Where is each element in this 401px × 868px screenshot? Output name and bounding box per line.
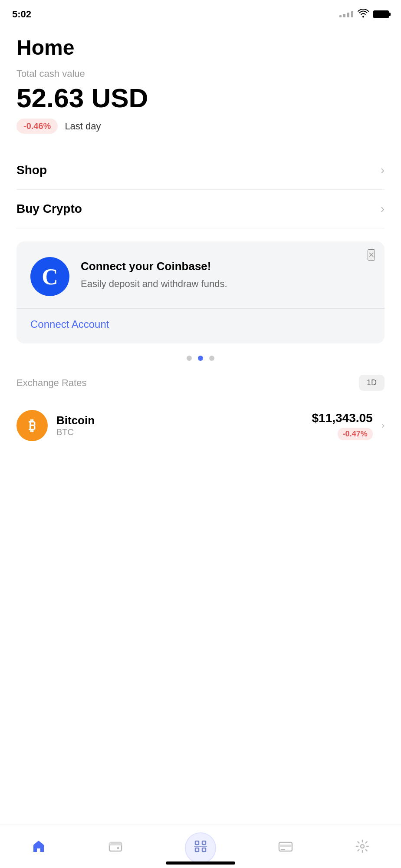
wifi-icon <box>358 9 369 20</box>
tab-settings[interactable] <box>355 839 370 857</box>
change-badge: -0.46% <box>16 119 58 134</box>
dot-3 <box>209 356 214 361</box>
home-indicator <box>166 861 235 865</box>
tab-wallet[interactable] <box>108 839 123 857</box>
dot-1 <box>187 356 192 361</box>
bitcoin-row[interactable]: ₿ Bitcoin BTC $11,343.05 -0.47% › <box>16 401 385 450</box>
shop-label: Shop <box>16 163 47 177</box>
bitcoin-change-badge: -0.47% <box>338 428 373 440</box>
coinbase-logo: C <box>30 257 69 296</box>
buy-crypto-nav-item[interactable]: Buy Crypto › <box>16 190 385 228</box>
coinbase-logo-letter: C <box>42 264 58 290</box>
status-icons <box>339 9 389 20</box>
change-period: Last day <box>65 121 101 132</box>
svg-rect-6 <box>195 848 199 851</box>
bitcoin-ticker: BTC <box>56 427 303 437</box>
svg-point-12 <box>361 845 364 848</box>
svg-rect-5 <box>202 841 206 845</box>
carousel-dots <box>0 356 401 361</box>
dot-2 <box>198 356 203 361</box>
bitcoin-price-block: $11,343.05 -0.47% <box>312 411 373 440</box>
time-filter-button[interactable]: 1D <box>359 375 385 391</box>
promo-description: Easily deposit and withdraw funds. <box>81 277 371 291</box>
bitcoin-chevron-icon: › <box>381 420 385 431</box>
bitcoin-info: Bitcoin BTC <box>56 414 303 437</box>
svg-rect-4 <box>195 841 199 845</box>
status-time: 5:02 <box>12 9 31 20</box>
signal-icon <box>339 11 353 17</box>
scan-icon-container <box>185 832 216 864</box>
tab-scan[interactable] <box>185 832 216 864</box>
connect-account-button[interactable]: Connect Account <box>30 318 109 330</box>
exchange-rates-section: Exchange Rates 1D ₿ Bitcoin BTC $11,343.… <box>0 375 401 450</box>
exchange-rates-title: Exchange Rates <box>16 377 86 389</box>
svg-rect-8 <box>202 848 206 851</box>
total-cash-label: Total cash value <box>16 68 385 79</box>
shop-nav-item[interactable]: Shop › <box>16 151 385 190</box>
page-title: Home <box>16 36 385 59</box>
promo-text-block: Connect your Coinbase! Easily deposit an… <box>81 257 371 291</box>
card-icon <box>278 839 293 856</box>
value-change-row: -0.46% Last day <box>16 119 385 134</box>
battery-icon <box>373 10 389 18</box>
svg-rect-11 <box>281 849 285 850</box>
shop-chevron-icon: › <box>381 163 385 177</box>
total-value: 52.63 USD <box>16 85 385 112</box>
exchange-header: Exchange Rates 1D <box>16 375 385 391</box>
promo-title: Connect your Coinbase! <box>81 260 371 273</box>
bitcoin-name: Bitcoin <box>56 414 303 427</box>
tab-home[interactable] <box>31 839 46 857</box>
svg-rect-2 <box>109 842 122 845</box>
wallet-icon <box>108 839 123 857</box>
promo-body: C Connect your Coinbase! Easily deposit … <box>30 257 371 296</box>
promo-section: × C Connect your Coinbase! Easily deposi… <box>0 241 401 343</box>
svg-point-3 <box>117 847 119 849</box>
svg-rect-10 <box>279 845 292 847</box>
coinbase-promo-card: × C Connect your Coinbase! Easily deposi… <box>16 241 385 343</box>
buy-crypto-chevron-icon: › <box>381 202 385 216</box>
tab-card[interactable] <box>278 839 293 856</box>
promo-divider <box>16 308 385 309</box>
home-icon <box>31 839 46 857</box>
bitcoin-price: $11,343.05 <box>312 411 373 425</box>
bitcoin-icon: ₿ <box>16 410 48 441</box>
status-bar: 5:02 <box>0 0 401 23</box>
buy-crypto-label: Buy Crypto <box>16 202 82 216</box>
promo-close-button[interactable]: × <box>368 249 375 261</box>
main-content: Home Total cash value 52.63 USD -0.46% L… <box>0 23 401 228</box>
settings-icon <box>355 839 370 857</box>
scan-icon <box>194 840 207 856</box>
